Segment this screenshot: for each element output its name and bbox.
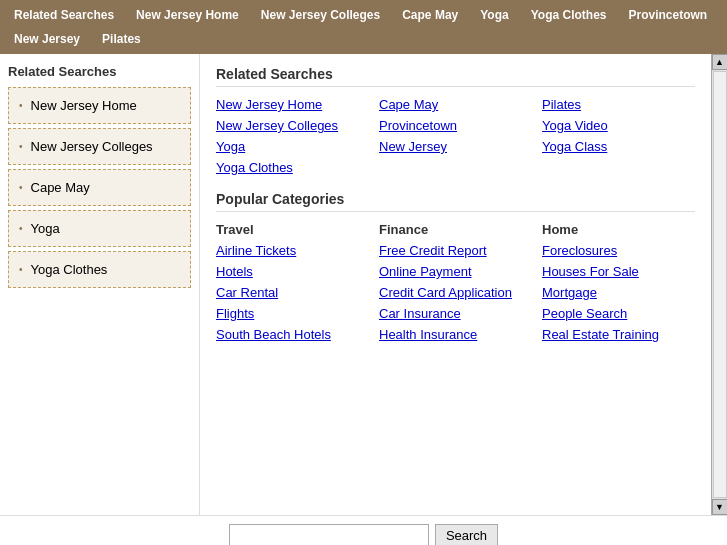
category-header: Home [542, 222, 695, 237]
sidebar-title: Related Searches [8, 64, 191, 79]
nav-item-related-searches[interactable]: Related Searches [6, 4, 122, 26]
related-search-link[interactable]: New Jersey [379, 139, 532, 154]
category-column: FinanceFree Credit ReportOnline PaymentC… [379, 222, 532, 348]
sidebar-bullet: • [19, 141, 23, 152]
nav-item-yoga[interactable]: Yoga [472, 4, 516, 26]
top-navigation: Related SearchesNew Jersey HomeNew Jerse… [0, 0, 727, 54]
related-search-link[interactable]: New Jersey Home [216, 97, 369, 112]
search-button[interactable]: Search [435, 524, 498, 546]
sidebar-items-container: •New Jersey Home•New Jersey Colleges•Cap… [8, 87, 191, 288]
category-column: HomeForeclosuresHouses For SaleMortgageP… [542, 222, 695, 348]
sidebar-bullet: • [19, 182, 23, 193]
category-link[interactable]: Free Credit Report [379, 243, 532, 258]
related-links-grid: New Jersey HomeCape MayPilatesNew Jersey… [216, 97, 695, 175]
sidebar-item-label: New Jersey Home [31, 98, 137, 113]
category-link[interactable]: People Search [542, 306, 695, 321]
category-link[interactable]: Flights [216, 306, 369, 321]
category-link[interactable]: Car Insurance [379, 306, 532, 321]
category-link[interactable]: Health Insurance [379, 327, 532, 342]
sidebar-item-label: Cape May [31, 180, 90, 195]
category-link[interactable]: South Beach Hotels [216, 327, 369, 342]
related-search-link[interactable]: Yoga [216, 139, 369, 154]
sidebar-bullet: • [19, 223, 23, 234]
related-search-link[interactable]: Pilates [542, 97, 695, 112]
nav-item-pilates[interactable]: Pilates [94, 28, 149, 50]
nav-item-yoga-clothes[interactable]: Yoga Clothes [523, 4, 615, 26]
scroll-up-button[interactable]: ▲ [712, 54, 728, 70]
nav-item-cape-may[interactable]: Cape May [394, 4, 466, 26]
nav-item-new-jersey[interactable]: New Jersey [6, 28, 88, 50]
sidebar-item[interactable]: •Yoga [8, 210, 191, 247]
category-link[interactable]: Credit Card Application [379, 285, 532, 300]
category-link[interactable]: Houses For Sale [542, 264, 695, 279]
sidebar-item-label: New Jersey Colleges [31, 139, 153, 154]
nav-item-provincetown[interactable]: Provincetown [620, 4, 715, 26]
sidebar-item-label: Yoga Clothes [31, 262, 108, 277]
empty-cell [542, 160, 695, 175]
nav-item-new-jersey-home[interactable]: New Jersey Home [128, 4, 247, 26]
category-link[interactable]: Car Rental [216, 285, 369, 300]
related-search-link[interactable]: Yoga Clothes [216, 160, 369, 175]
category-header: Travel [216, 222, 369, 237]
related-search-link[interactable]: Yoga Class [542, 139, 695, 154]
scroll-down-button[interactable]: ▼ [712, 499, 728, 515]
related-searches-title: Related Searches [216, 66, 695, 87]
bottom-search-bar: Search [0, 515, 727, 545]
empty-cell [379, 160, 532, 175]
category-link[interactable]: Online Payment [379, 264, 532, 279]
main-content: Related Searches New Jersey HomeCape May… [200, 54, 711, 515]
popular-categories-title: Popular Categories [216, 191, 695, 212]
related-search-link[interactable]: Yoga Video [542, 118, 695, 133]
category-header: Finance [379, 222, 532, 237]
category-link[interactable]: Airline Tickets [216, 243, 369, 258]
sidebar-bullet: • [19, 100, 23, 111]
sidebar: Related Searches •New Jersey Home•New Je… [0, 54, 200, 515]
scrollbar[interactable]: ▲ ▼ [711, 54, 727, 515]
sidebar-item[interactable]: •New Jersey Colleges [8, 128, 191, 165]
sidebar-bullet: • [19, 264, 23, 275]
related-search-link[interactable]: New Jersey Colleges [216, 118, 369, 133]
category-link[interactable]: Mortgage [542, 285, 695, 300]
sidebar-item[interactable]: •New Jersey Home [8, 87, 191, 124]
search-input[interactable] [229, 524, 429, 546]
sidebar-item[interactable]: •Yoga Clothes [8, 251, 191, 288]
nav-item-new-jersey-colleges[interactable]: New Jersey Colleges [253, 4, 388, 26]
category-link[interactable]: Hotels [216, 264, 369, 279]
categories-grid: TravelAirline TicketsHotelsCar RentalFli… [216, 222, 695, 348]
related-search-link[interactable]: Cape May [379, 97, 532, 112]
sidebar-item[interactable]: •Cape May [8, 169, 191, 206]
category-link[interactable]: Real Estate Training [542, 327, 695, 342]
sidebar-item-label: Yoga [31, 221, 60, 236]
category-link[interactable]: Foreclosures [542, 243, 695, 258]
scroll-track[interactable] [713, 71, 727, 498]
category-column: TravelAirline TicketsHotelsCar RentalFli… [216, 222, 369, 348]
related-search-link[interactable]: Provincetown [379, 118, 532, 133]
